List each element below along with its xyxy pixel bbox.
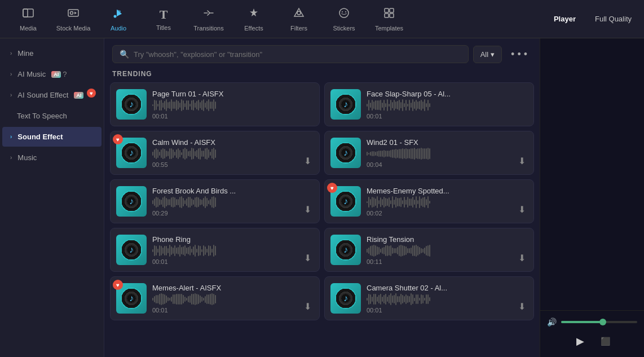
waveform-bar bbox=[173, 149, 174, 157]
waveform-bar bbox=[370, 199, 371, 205]
card-forest-brook[interactable]: ♪ Forest Brook And Birds ... 00:29 ⬇ bbox=[110, 179, 320, 223]
volume-track[interactable] bbox=[561, 321, 637, 323]
waveform-bar bbox=[400, 197, 402, 207]
download-button[interactable]: ⬇ bbox=[516, 153, 528, 169]
waveform-bar bbox=[426, 199, 427, 205]
nav-item-media[interactable]: Media bbox=[6, 2, 51, 36]
music-note-icon: ♪ bbox=[129, 245, 134, 255]
download-button[interactable]: ⬇ bbox=[516, 250, 528, 266]
waveform-bar bbox=[189, 296, 191, 303]
waveform-bar bbox=[211, 197, 213, 208]
volume-row: 🔊 bbox=[547, 318, 637, 327]
sidebar-item-ai-music[interactable]: › AI Music AI ? bbox=[2, 64, 102, 84]
nav-item-titles[interactable]: T Titles bbox=[141, 2, 186, 36]
waveform-bar bbox=[395, 102, 396, 109]
waveform-bar bbox=[154, 149, 155, 158]
waveform-bar bbox=[424, 298, 425, 301]
nav-label-filters: Filters bbox=[290, 25, 307, 32]
play-button[interactable]: ▶ bbox=[571, 332, 589, 350]
waveform-bar bbox=[174, 245, 175, 256]
download-button[interactable]: ⬇ bbox=[302, 250, 314, 266]
waveform-bar bbox=[164, 149, 165, 158]
waveform-bar bbox=[179, 103, 180, 108]
waveform-bar bbox=[166, 99, 167, 111]
waveform-bar bbox=[421, 100, 422, 111]
nav-label-stock-media: Stock Media bbox=[56, 25, 91, 32]
nav-label-templates: Templates bbox=[375, 25, 403, 32]
waveform-bar bbox=[206, 249, 208, 252]
waveform-bar bbox=[383, 100, 385, 111]
card-phone-ring[interactable]: ♪ Phone Ring 00:01 ⬇ bbox=[110, 228, 320, 272]
nav-item-stock-media[interactable]: Stock Media bbox=[51, 2, 96, 36]
card-title: Memes-Enemy Spotted... bbox=[367, 187, 510, 195]
waveform-bar bbox=[176, 199, 177, 205]
trending-label: TRENDING bbox=[104, 68, 540, 82]
waveform-bar bbox=[402, 295, 403, 303]
card-memes-enemy[interactable]: ♥ ♪ Memes-Enemy Spotted... 00:02 ⬇ bbox=[324, 179, 534, 223]
waveform-bar bbox=[161, 200, 162, 204]
sidebar-item-text-to-speech[interactable]: Text To Speech bbox=[2, 106, 102, 126]
waveform-bar bbox=[417, 246, 418, 255]
stop-button[interactable]: ⬛ bbox=[597, 333, 613, 349]
sidebar-item-ai-sound-effect[interactable]: › AI Sound Effect AI ♥ bbox=[2, 85, 102, 105]
sidebar-item-mine[interactable]: › Mine bbox=[2, 43, 102, 63]
waveform-bar bbox=[389, 104, 390, 107]
full-quality-btn[interactable]: Full Quality bbox=[588, 11, 638, 27]
player-btn[interactable]: Player bbox=[547, 11, 583, 27]
download-button[interactable]: ⬇ bbox=[302, 202, 314, 217]
waveform-bar bbox=[215, 102, 216, 109]
card-wind2[interactable]: ♪ Wind2 01 - SFX 00:04 ⬇ bbox=[324, 131, 534, 175]
waveform-bar bbox=[167, 102, 169, 108]
search-input-wrap[interactable]: 🔍 bbox=[112, 45, 469, 63]
card-duration: 00:01 bbox=[152, 113, 314, 120]
download-button[interactable]: ⬇ bbox=[516, 202, 528, 217]
sidebar: › Mine › AI Music AI ? › AI Sound Effect… bbox=[0, 38, 104, 357]
help-icon[interactable]: ? bbox=[63, 70, 67, 78]
nav-item-filters[interactable]: Filters bbox=[276, 2, 321, 36]
card-camera-shutter[interactable]: ♪ Camera Shutter 02 - Al... 00:01 ⬇ bbox=[324, 276, 534, 320]
waveform bbox=[152, 197, 296, 208]
waveform-bar bbox=[191, 148, 192, 160]
waveform-bar bbox=[426, 103, 427, 108]
cards-grid-scroll[interactable]: ♪ Page Turn 01 - AISFX 00:01 ♪ Face Slap… bbox=[104, 82, 540, 357]
waveform-bar bbox=[407, 149, 408, 159]
sidebar-item-sound-effect[interactable]: › Sound Effect bbox=[2, 127, 102, 147]
card-calm-wind[interactable]: ♥ ♪ Calm Wind - AISFX 00:55 ⬇ bbox=[110, 131, 320, 175]
card-face-slap[interactable]: ♪ Face Slap-Sharp 05 - Al... 00:01 bbox=[324, 82, 534, 126]
waveform-bar bbox=[404, 197, 405, 207]
waveform-bar bbox=[429, 245, 430, 257]
filters-icon bbox=[293, 7, 305, 23]
waveform-bar bbox=[171, 246, 172, 255]
nav-item-transitions[interactable]: Transitions bbox=[186, 2, 231, 36]
card-memes-alert[interactable]: ♥ ♪ Memes-Alert - AISFX 00:01 ⬇ bbox=[110, 276, 320, 320]
card-rising-tension[interactable]: ♪ Rising Tension 00:11 ⬇ bbox=[324, 228, 534, 272]
waveform-bar bbox=[424, 148, 425, 160]
waveform-bar bbox=[422, 249, 424, 253]
waveform-bar bbox=[429, 103, 430, 107]
waveform-bar bbox=[195, 103, 196, 107]
card-page-turn[interactable]: ♪ Page Turn 01 - AISFX 00:01 bbox=[110, 82, 320, 126]
waveform-bar bbox=[390, 200, 391, 205]
waveform-bar bbox=[188, 197, 189, 208]
download-button[interactable]: ⬇ bbox=[516, 299, 528, 314]
nav-item-templates[interactable]: Templates bbox=[367, 2, 412, 36]
nav-item-stickers[interactable]: Stickers bbox=[321, 2, 367, 36]
nav-label-effects: Effects bbox=[244, 25, 263, 32]
waveform-bar bbox=[152, 152, 153, 156]
filter-dropdown[interactable]: All ▾ bbox=[473, 46, 502, 63]
search-input[interactable] bbox=[134, 50, 461, 59]
waveform-bar bbox=[200, 148, 201, 160]
waveform-bar bbox=[195, 293, 196, 305]
nav-item-audio[interactable]: Audio bbox=[96, 2, 141, 36]
waveform-bar bbox=[198, 100, 199, 111]
more-options-button[interactable]: • • • bbox=[506, 46, 532, 63]
waveform-bar bbox=[189, 197, 191, 208]
nav-item-effects[interactable]: Effects bbox=[231, 2, 276, 36]
download-button[interactable]: ⬇ bbox=[302, 299, 314, 314]
waveform-bar bbox=[188, 100, 189, 110]
download-button[interactable]: ⬇ bbox=[302, 153, 314, 169]
sidebar-item-music[interactable]: › Music bbox=[2, 148, 102, 168]
waveform-bar bbox=[191, 249, 192, 253]
waveform-bar bbox=[173, 197, 174, 208]
waveform-bar bbox=[174, 152, 175, 156]
